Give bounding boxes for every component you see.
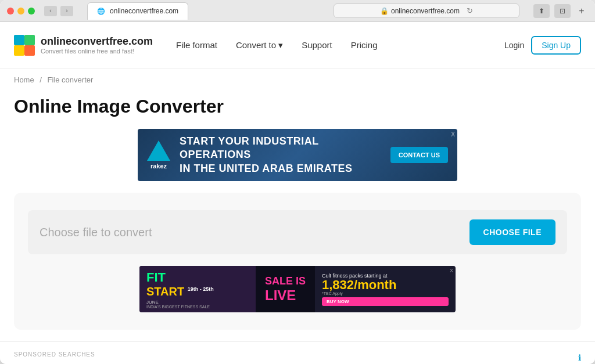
active-tab[interactable]: 🌐 onlineconvertfree.com [87, 2, 188, 20]
ad-banner-fitness: FIT START 19th - 25th JUNE INDIA'S BIGGE… [139, 266, 456, 312]
page-title: Online Image Converter [0, 91, 595, 129]
fit-label: FIT [146, 270, 166, 285]
live-label: LIVE [265, 287, 306, 304]
svg-rect-3 [24, 45, 35, 56]
price-label: 1,832/month [322, 279, 449, 291]
address-bar[interactable]: 🔒 onlineconvertfree.com ↻ [334, 3, 519, 18]
nav-file-format[interactable]: File format [176, 40, 217, 50]
tab-bar: 🌐 onlineconvertfree.com [87, 2, 329, 20]
logo-area: onlineconvertfree.com Convert files onli… [14, 35, 153, 56]
logo-title: onlineconvertfree.com [41, 35, 153, 48]
ad-contact-button[interactable]: CONTACT US [390, 147, 448, 163]
ad-banner-top: rakez START YOUR INDUSTRIAL OPERATIONS I… [138, 129, 457, 181]
page-content: onlineconvertfree.com Convert files onli… [0, 22, 595, 364]
svg-rect-2 [14, 45, 24, 56]
breadcrumb-sep: / [40, 75, 42, 84]
titlebar-actions: ⬆ ⊡ [533, 4, 571, 18]
browser-window: ‹ › 🌐 onlineconvertfree.com 🔒 onlineconv… [0, 0, 595, 364]
tbc-label: *TBC Apply [322, 291, 449, 295]
minimize-button[interactable] [17, 8, 24, 15]
india-label: INDIA'S BIGGEST FITNESS SALE [146, 305, 210, 309]
fitness-right: Cult fitness packs starting at 1,832/mon… [315, 268, 456, 311]
lock-icon: 🔒 [380, 7, 389, 15]
tab-label: onlineconvertfree.com [110, 7, 178, 15]
tab-favicon: 🌐 [97, 8, 105, 15]
fitness-mid: SALE IS LIVE [256, 266, 315, 312]
fitness-left: FIT START 19th - 25th JUNE INDIA'S BIGGE… [139, 266, 256, 312]
logo-text-area: onlineconvertfree.com Convert files onli… [41, 35, 153, 55]
breadcrumb-current: File converter [48, 75, 94, 84]
nav-buttons: ‹ › [44, 6, 73, 16]
rakez-label: rakez [150, 163, 167, 170]
logo-subtitle: Convert files online free and fast! [41, 48, 153, 55]
choose-file-button[interactable]: CHOOSE FILE [469, 219, 555, 245]
back-button[interactable]: ‹ [44, 6, 57, 16]
ad-text: START YOUR INDUSTRIAL OPERATIONS IN THE … [180, 135, 381, 175]
main-nav: File format Convert to ▾ Support Pricing [176, 40, 504, 51]
traffic-lights [7, 8, 35, 15]
sponsored-label: SPONSORED SEARCHES [14, 351, 95, 358]
chevron-down-icon: ▾ [278, 40, 283, 51]
close-button[interactable] [7, 8, 14, 15]
file-choose-row: Choose file to convert CHOOSE FILE [28, 210, 567, 254]
site-header: onlineconvertfree.com Convert files onli… [0, 22, 595, 69]
new-tab-button[interactable]: + [575, 5, 588, 17]
sponsored-row-header: SPONSORED SEARCHES ℹ [14, 351, 581, 363]
titlebar: ‹ › 🌐 onlineconvertfree.com 🔒 onlineconv… [0, 0, 595, 22]
svg-rect-1 [24, 35, 35, 45]
rakez-triangle [147, 140, 170, 161]
june-label: JUNE [146, 300, 159, 305]
ad-close-icon[interactable]: X [451, 131, 455, 138]
share-button[interactable]: ⬆ [533, 4, 550, 18]
fitness-ad-close-icon[interactable]: X [450, 268, 453, 273]
svg-rect-0 [14, 35, 24, 45]
signup-button[interactable]: Sign Up [531, 36, 581, 55]
refresh-icon[interactable]: ↻ [467, 6, 473, 15]
nav-actions: Login Sign Up [504, 36, 581, 55]
breadcrumb-home[interactable]: Home [14, 75, 34, 84]
nav-pricing[interactable]: Pricing [351, 40, 378, 50]
info-icon: ℹ [578, 353, 581, 362]
breadcrumb: Home / File converter [0, 69, 595, 91]
maximize-button[interactable] [28, 8, 35, 15]
login-button[interactable]: Login [504, 41, 524, 50]
file-choose-label: Choose file to convert [40, 226, 469, 239]
sponsored-section: SPONSORED SEARCHES ℹ how to convert file… [0, 341, 595, 364]
nav-convert-to[interactable]: Convert to ▾ [236, 40, 283, 51]
forward-button[interactable]: › [60, 6, 73, 16]
nav-support[interactable]: Support [302, 40, 332, 50]
sale-is-label: SALE IS [265, 275, 306, 287]
ad-rakez-logo: rakez [147, 140, 170, 170]
more-button[interactable]: ⊡ [554, 4, 571, 18]
converter-container: Choose file to convert CHOOSE FILE FIT S… [14, 193, 581, 330]
logo-icon [14, 35, 35, 56]
buy-now-button[interactable]: BUY NOW [322, 297, 449, 306]
url-text: onlineconvertfree.com [391, 7, 460, 15]
start-label: START 19th - 25th [146, 285, 214, 298]
